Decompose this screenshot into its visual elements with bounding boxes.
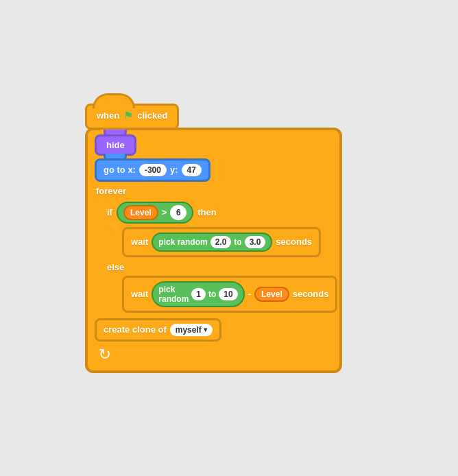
pick-random-1-to-val[interactable]: 3.0: [245, 236, 266, 248]
wait2-seconds: seconds: [293, 289, 329, 299]
hide-block-row: hide: [95, 134, 333, 156]
clicked-text: clicked: [137, 110, 167, 121]
myself-dropdown[interactable]: myself ▾: [170, 324, 213, 336]
pick-random-1[interactable]: pick random 2.0 to 3.0: [152, 233, 272, 252]
hide-notch-top: [104, 130, 127, 136]
hide-label: hide: [106, 140, 125, 150]
loop-arrow-icon: ↺: [99, 346, 111, 364]
level-var[interactable]: Level: [123, 205, 158, 220]
wait1-label: wait: [131, 237, 148, 247]
goto-y-value[interactable]: 47: [182, 164, 202, 176]
create-clone-block[interactable]: create clone of myself ▾: [95, 318, 221, 342]
create-clone-row: create clone of myself ▾: [95, 317, 333, 343]
else-body: wait pick random 1 to 10 - Level seconds: [122, 274, 333, 314]
pick-random-2-label: pick random: [158, 285, 189, 304]
goto-y-label: y:: [170, 165, 178, 175]
else-label: else: [107, 262, 124, 272]
hide-block[interactable]: hide: [95, 134, 136, 156]
dropdown-arrow: ▾: [204, 326, 207, 333]
if-else-container: if Level > 6 then wait pick random: [107, 200, 333, 314]
goto-block[interactable]: go to x: -300 y: 47: [95, 158, 210, 182]
create-clone-label: create clone of: [104, 324, 167, 335]
green-flag-icon: ⚑: [123, 109, 133, 122]
wait1-seconds: seconds: [276, 237, 312, 247]
goto-block-row: go to x: -300 y: 47: [95, 158, 333, 182]
loop-arrow-row: ↺: [95, 346, 333, 364]
forever-label-row: forever: [95, 185, 333, 197]
when-text: when: [97, 110, 119, 121]
goto-notch-top: [104, 154, 127, 160]
pick-random-1-to-label: to: [234, 237, 241, 247]
pick-random-2[interactable]: pick random 1 to 10: [152, 281, 244, 307]
level-var-2[interactable]: Level: [254, 287, 289, 302]
main-block: hide go to x: -300 y: 47 forever: [85, 128, 342, 373]
wait-block-2[interactable]: wait pick random 1 to 10 - Level seconds: [122, 276, 337, 313]
if-row: if Level > 6 then: [107, 200, 333, 226]
pick-random-1-label: pick random: [158, 237, 207, 247]
hat-curve: [93, 93, 135, 108]
hat-block: when ⚑ clicked: [85, 104, 179, 130]
value-6[interactable]: 6: [170, 205, 186, 220]
gt-operator: >: [162, 207, 167, 217]
minus-operator: -: [248, 289, 251, 299]
myself-label: myself: [176, 325, 202, 335]
if-body: wait pick random 2.0 to 3.0 seconds: [122, 226, 333, 259]
else-row: else: [107, 259, 333, 274]
operator-block[interactable]: Level > 6: [117, 202, 193, 224]
pick-random-2-to-val[interactable]: 10: [219, 288, 237, 300]
pick-random-2-from[interactable]: 1: [191, 288, 206, 300]
pick-random-1-from[interactable]: 2.0: [210, 236, 232, 248]
if-label: if: [107, 207, 112, 217]
goto-x-value[interactable]: -300: [139, 164, 167, 176]
wait-block-1[interactable]: wait pick random 2.0 to 3.0 seconds: [122, 227, 321, 257]
wait2-label: wait: [131, 289, 148, 299]
goto-label: go to x:: [104, 165, 136, 175]
pick-random-2-to-label: to: [208, 289, 216, 299]
forever-label: forever: [95, 186, 126, 196]
then-label: then: [197, 207, 216, 217]
